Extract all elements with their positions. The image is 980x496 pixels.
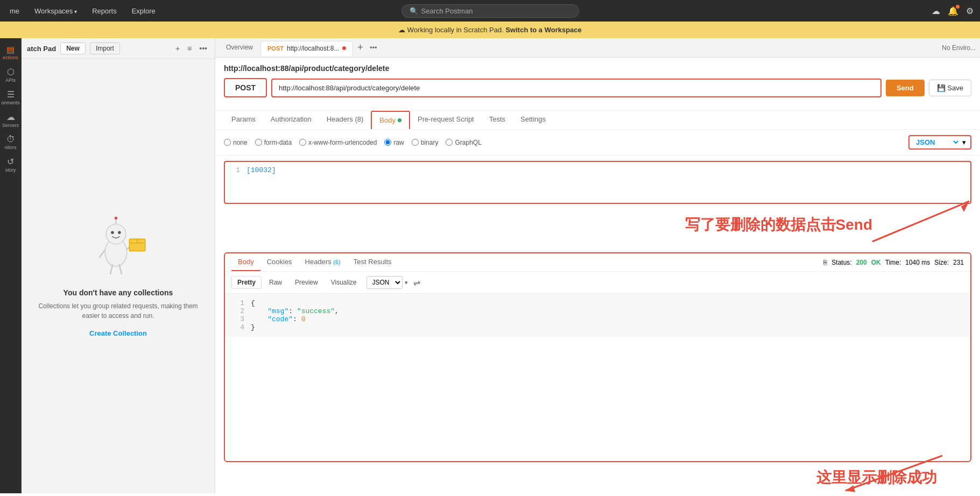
- radio-urlencoded[interactable]: x-www-form-urlencoded: [299, 139, 377, 146]
- sidebar-item-environments[interactable]: ☰ onments: [0, 87, 22, 108]
- icon-sidebar: ▤ ections ⬡ APIs ☰ onments ☁ Servers ⏱ n…: [0, 38, 22, 493]
- json-format-select[interactable]: JSON Text JavaScript HTML XML: [914, 138, 960, 147]
- request-url-title: http://localhost:88/api/product/category…: [224, 64, 971, 73]
- wrap-lines-icon[interactable]: ⇌: [413, 278, 420, 288]
- scratch-pad-banner: ☁ Working locally in Scratch Pad. Switch…: [0, 22, 980, 38]
- tab-authorization[interactable]: Authorization: [263, 111, 319, 129]
- body-tab-wrap: Body: [379, 116, 401, 124]
- resp-ln-4: 4: [231, 323, 244, 331]
- panel-actions: + ≡ •••: [173, 43, 209, 54]
- line-number-1: 1: [229, 166, 240, 174]
- sidebar-item-history[interactable]: ↺ story: [0, 154, 22, 175]
- tab-more-button[interactable]: •••: [368, 44, 379, 52]
- sidebar-item-monitors[interactable]: ⏱ nitors: [0, 132, 22, 152]
- tab-overview[interactable]: Overview: [220, 40, 259, 55]
- bell-icon[interactable]: 🔔: [948, 6, 958, 16]
- search-bar[interactable]: 🔍 Search Postman: [401, 4, 579, 18]
- radio-none[interactable]: none: [224, 139, 248, 146]
- request-body-editor[interactable]: 1 [10032]: [224, 161, 971, 204]
- response-status-bar: ⎘ Status: 200 OK Time: 1040 ms Size: 231: [823, 259, 964, 266]
- monitors-label: nitors: [4, 145, 16, 150]
- panel-header: atch Pad New Import + ≡ •••: [22, 38, 215, 59]
- environment-selector[interactable]: No Enviro...: [942, 44, 976, 52]
- status-label: Status:: [831, 259, 851, 266]
- body-active-dot: [398, 118, 401, 122]
- size-value: 231: [953, 259, 964, 266]
- banner-cta[interactable]: Switch to a Workspace: [505, 26, 581, 34]
- radio-binary[interactable]: binary: [412, 139, 439, 146]
- resp-tab-body[interactable]: Body: [231, 253, 260, 271]
- radio-raw[interactable]: raw: [384, 139, 404, 146]
- filter-icon[interactable]: ≡: [185, 43, 194, 54]
- collections-panel: atch Pad New Import + ≡ •••: [22, 38, 215, 493]
- no-collections-title: You don't have any collections: [64, 288, 173, 297]
- resp-content-4: }: [251, 323, 255, 331]
- json-format-selector-wrap[interactable]: JSON Text JavaScript HTML XML ▾: [908, 135, 971, 150]
- response-tabs-bar: Body Cookies Headers (6) Test Results ⎘ …: [225, 253, 970, 272]
- add-tab-button[interactable]: +: [354, 42, 366, 53]
- resp-preview-btn[interactable]: Preview: [290, 277, 323, 288]
- resp-tab-test-results[interactable]: Test Results: [347, 253, 398, 271]
- tab-pre-request[interactable]: Pre-request Script: [410, 111, 482, 129]
- sidebar-item-servers[interactable]: ☁ Servers: [0, 110, 22, 130]
- tab-method-label: POST: [267, 45, 284, 52]
- send-button[interactable]: Send: [886, 80, 925, 96]
- response-toolbar: Pretty Raw Preview Visualize JSON ▾ ⇌: [225, 272, 970, 294]
- nav-workspaces[interactable]: Workspaces: [31, 5, 80, 17]
- save-button[interactable]: 💾 Save: [929, 80, 971, 96]
- resp-format-select[interactable]: JSON: [366, 276, 403, 289]
- response-body-code: 1 { 2 "msg": "success", 3 "code": 0: [225, 294, 970, 337]
- tab-tests[interactable]: Tests: [482, 111, 513, 129]
- code-line-1: 1 [10032]: [229, 166, 966, 174]
- url-input[interactable]: [271, 79, 882, 97]
- apis-icon: ⬡: [7, 67, 15, 77]
- resp-line-3: 3 "code": 0: [231, 315, 964, 323]
- mascot-illustration: [86, 215, 151, 280]
- tab-body[interactable]: Body: [371, 111, 410, 129]
- sidebar-item-collections[interactable]: ▤ ections: [0, 42, 22, 62]
- sidebar-item-apis[interactable]: ⬡ APIs: [0, 65, 22, 85]
- radio-form-data[interactable]: form-data: [255, 139, 292, 146]
- tab-unsaved-dot: [342, 46, 346, 50]
- environments-icon: ☰: [7, 89, 15, 100]
- content-area: Overview POST http://localhost:8... + ••…: [215, 38, 980, 493]
- body-label: Body: [379, 116, 396, 124]
- bottom-annotation: 这里显示删除成功: [215, 466, 980, 493]
- tab-params[interactable]: Params: [224, 111, 263, 129]
- cloud-icon[interactable]: ☁: [932, 6, 940, 16]
- new-button[interactable]: New: [60, 42, 86, 54]
- nav-explore[interactable]: Explore: [129, 5, 159, 17]
- more-options-icon[interactable]: •••: [197, 43, 209, 54]
- apis-label: APIs: [5, 77, 16, 83]
- servers-icon: ☁: [6, 112, 15, 122]
- create-collection-link[interactable]: Create Collection: [89, 329, 147, 337]
- nav-right: ☁ 🔔 ⚙: [932, 6, 974, 16]
- import-button[interactable]: Import: [90, 42, 120, 54]
- resp-line-4: 4 }: [231, 323, 964, 331]
- nav-reports[interactable]: Reports: [89, 5, 120, 17]
- method-button[interactable]: POST: [224, 78, 267, 97]
- tab-request[interactable]: POST http://localhost:8...: [260, 41, 353, 56]
- main-layout: ▤ ections ⬡ APIs ☰ onments ☁ Servers ⏱ n…: [0, 38, 980, 493]
- gear-icon[interactable]: ⚙: [966, 6, 974, 16]
- resp-tab-headers[interactable]: Headers (6): [299, 253, 347, 271]
- line-content-1: [10032]: [246, 166, 276, 174]
- nav-me[interactable]: me: [6, 5, 23, 17]
- resp-visualize-btn[interactable]: Visualize: [326, 277, 362, 288]
- svg-point-1: [105, 224, 125, 244]
- radio-graphql[interactable]: GraphQL: [446, 139, 481, 146]
- time-value: 1040 ms: [905, 259, 930, 266]
- tab-settings[interactable]: Settings: [513, 111, 553, 129]
- svg-line-13: [872, 201, 969, 242]
- add-icon[interactable]: +: [173, 43, 182, 54]
- response-area: Body Cookies Headers (6) Test Results ⎘ …: [224, 252, 971, 462]
- resp-tab-cookies[interactable]: Cookies: [260, 253, 299, 271]
- monitors-icon: ⏱: [6, 134, 15, 144]
- resp-raw-btn[interactable]: Raw: [264, 277, 287, 288]
- status-text: OK: [871, 259, 881, 266]
- resp-pretty-btn[interactable]: Pretty: [231, 276, 262, 289]
- svg-point-3: [118, 231, 121, 235]
- search-icon: 🔍: [410, 7, 418, 15]
- tab-headers[interactable]: Headers (8): [319, 111, 371, 129]
- notification-dot: [956, 5, 960, 9]
